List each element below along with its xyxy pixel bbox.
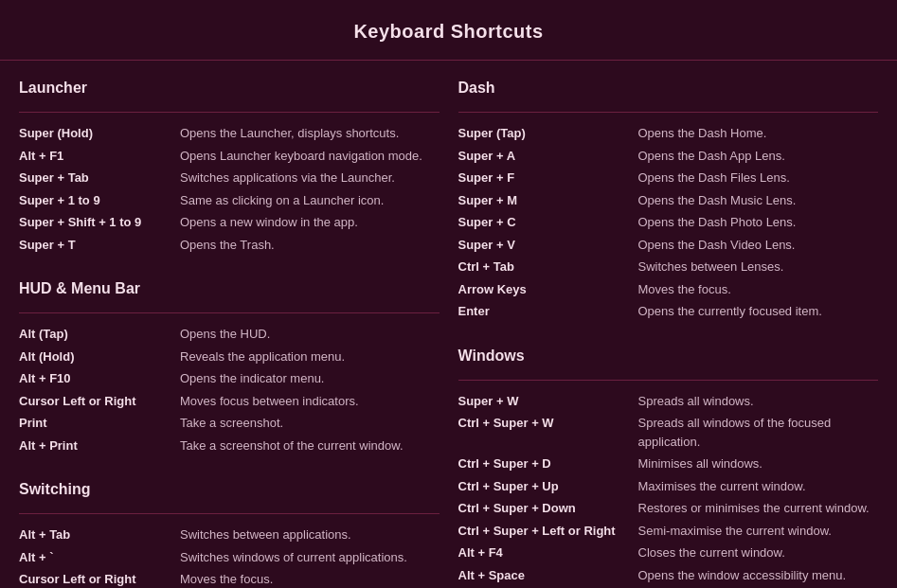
shortcut-row: Super + 1 to 9Same as clicking on a Laun… — [19, 191, 440, 210]
shortcut-desc: Opens the HUD. — [180, 325, 270, 344]
shortcut-key: Alt (Tap) — [19, 325, 180, 344]
shortcut-desc: Restores or minimises the current window… — [638, 499, 870, 518]
shortcut-row: Ctrl + Super + DMinimises all windows. — [458, 454, 879, 473]
shortcut-row: Cursor Left or RightMoves the focus. — [19, 570, 440, 588]
shortcut-row: Ctrl + Super + UpMaximises the current w… — [458, 477, 879, 496]
shortcut-desc: Switches between Lenses. — [638, 258, 784, 276]
shortcut-desc: Same as clicking on a Launcher icon. — [180, 191, 384, 210]
shortcut-desc: Opens the Dash Photo Lens. — [638, 213, 797, 232]
shortcut-key: Super (Hold) — [19, 124, 180, 143]
left-column: Launcher Super (Hold)Opens the Launcher,… — [19, 80, 440, 588]
shortcut-desc: Opens the Dash Home. — [638, 124, 767, 143]
shortcut-desc: Switches applications via the Launcher. — [180, 169, 395, 187]
shortcut-desc: Opens the window accessibility menu. — [638, 566, 847, 585]
shortcut-desc: Opens the Trash. — [180, 236, 275, 255]
shortcut-row: Alt + `Switches windows of current appli… — [19, 548, 440, 567]
shortcut-row: Alt (Hold)Reveals the application menu. — [19, 347, 440, 366]
shortcut-key: Super + W — [458, 392, 638, 411]
shortcut-row: Super + FOpens the Dash Files Lens. — [458, 169, 879, 187]
shortcut-key: Super + 1 to 9 — [19, 191, 180, 210]
dash-title: Dash — [458, 80, 879, 100]
launcher-section: Launcher Super (Hold)Opens the Launcher,… — [19, 80, 440, 254]
shortcut-desc: Take a screenshot. — [180, 414, 283, 433]
right-column: Dash Super (Tap)Opens the Dash Home.Supe… — [458, 80, 879, 588]
shortcut-row: PrintTake a screenshot. — [19, 414, 440, 433]
shortcut-row: Arrow KeysMoves the focus. — [458, 280, 879, 299]
dash-section: Dash Super (Tap)Opens the Dash Home.Supe… — [458, 80, 879, 321]
shortcut-desc: Opens a new window in the app. — [180, 213, 358, 232]
switching-title: Switching — [19, 481, 440, 502]
shortcut-key: Ctrl + Super + W — [458, 414, 638, 451]
shortcut-key: Super + T — [19, 236, 180, 255]
shortcut-desc: Maximises the current window. — [638, 477, 806, 496]
dash-shortcuts: Super (Tap)Opens the Dash Home.Super + A… — [458, 124, 879, 321]
shortcut-key: Cursor Left or Right — [19, 392, 180, 411]
launcher-shortcuts: Super (Hold)Opens the Launcher, displays… — [19, 124, 440, 254]
shortcut-key: Ctrl + Super + Left or Right — [458, 522, 638, 541]
shortcut-desc: Moves focus between indicators. — [180, 392, 359, 411]
shortcut-row: Alt + F4Closes the current window. — [458, 543, 879, 562]
shortcut-key: Super (Tap) — [458, 124, 638, 143]
shortcut-desc: Opens Launcher keyboard navigation mode. — [180, 147, 422, 166]
shortcut-desc: Opens the Dash Files Lens. — [638, 169, 790, 187]
shortcut-desc: Switches between applications. — [180, 526, 351, 544]
shortcut-row: Ctrl + Super + Left or RightSemi-maximis… — [458, 522, 879, 541]
shortcut-key: Ctrl + Super + D — [458, 454, 638, 473]
shortcut-row: Alt + F1Opens Launcher keyboard navigati… — [19, 147, 440, 166]
shortcut-key: Super + F — [458, 169, 638, 187]
hud-title: HUD & Menu Bar — [19, 280, 440, 301]
shortcut-key: Super + Tab — [19, 169, 180, 187]
hud-section: HUD & Menu Bar Alt (Tap)Opens the HUD.Al… — [19, 280, 440, 454]
shortcut-key: Alt + Print — [19, 437, 180, 455]
shortcut-key: Alt (Hold) — [19, 347, 180, 366]
switching-shortcuts: Alt + TabSwitches between applications.A… — [19, 526, 440, 588]
shortcut-desc: Opens the indicator menu. — [180, 369, 324, 388]
shortcut-desc: Opens the Dash Music Lens. — [638, 191, 797, 210]
launcher-divider — [19, 112, 440, 113]
shortcut-desc: Spreads all windows. — [638, 392, 754, 411]
shortcut-row: Ctrl + Super + WSpreads all windows of t… — [458, 414, 879, 451]
shortcut-row: Alt + PrintTake a screenshot of the curr… — [19, 437, 440, 455]
shortcut-key: Arrow Keys — [458, 280, 638, 299]
shortcut-desc: Minimises all windows. — [638, 454, 762, 473]
shortcut-key: Alt + Tab — [19, 526, 180, 544]
shortcut-row: Alt + F10Opens the indicator menu. — [19, 369, 440, 388]
shortcut-key: Super + A — [458, 147, 638, 166]
shortcut-desc: Closes the current window. — [638, 543, 785, 562]
shortcut-row: Super + MOpens the Dash Music Lens. — [458, 191, 879, 210]
shortcut-row: Super (Tap)Opens the Dash Home. — [458, 124, 879, 143]
shortcut-desc: Opens the Dash Video Lens. — [638, 236, 796, 255]
shortcut-desc: Opens the Dash App Lens. — [638, 147, 785, 166]
shortcut-row: Super + WSpreads all windows. — [458, 392, 879, 411]
shortcut-row: Alt + TabSwitches between applications. — [19, 526, 440, 544]
shortcut-key: Ctrl + Super + Down — [458, 499, 638, 518]
shortcut-row: Super + AOpens the Dash App Lens. — [458, 147, 879, 166]
shortcut-row: Cursor Left or RightMoves focus between … — [19, 392, 440, 411]
windows-title: Windows — [458, 347, 879, 368]
shortcut-row: EnterOpens the currently focused item. — [458, 302, 879, 321]
hud-shortcuts: Alt (Tap)Opens the HUD.Alt (Hold)Reveals… — [19, 325, 440, 454]
switching-section: Switching Alt + TabSwitches between appl… — [19, 481, 440, 588]
shortcut-desc: Opens the Launcher, displays shortcuts. — [180, 124, 399, 143]
shortcut-row: Ctrl + TabSwitches between Lenses. — [458, 258, 879, 276]
shortcut-desc: Opens the currently focused item. — [638, 302, 822, 321]
shortcut-row: Ctrl + Super + DownRestores or minimises… — [458, 499, 879, 518]
shortcut-key: Alt + Space — [458, 566, 638, 585]
shortcut-desc: Switches windows of current applications… — [180, 548, 407, 567]
shortcut-row: Alt (Tap)Opens the HUD. — [19, 325, 440, 344]
shortcut-key: Super + M — [458, 191, 638, 210]
shortcut-row: Super + TOpens the Trash. — [19, 236, 440, 255]
shortcut-desc: Spreads all windows of the focused appli… — [638, 414, 879, 451]
shortcut-desc: Moves the focus. — [638, 280, 731, 299]
shortcut-key: Super + C — [458, 213, 638, 232]
shortcut-key: Ctrl + Super + Up — [458, 477, 638, 496]
shortcut-key: Alt + F1 — [19, 147, 180, 166]
shortcut-row: Alt + SpaceOpens the window accessibilit… — [458, 566, 879, 585]
content-area: Launcher Super (Hold)Opens the Launcher,… — [0, 80, 897, 588]
page-title: Keyboard Shortcuts — [0, 21, 897, 43]
dash-divider — [458, 112, 879, 113]
shortcut-desc: Moves the focus. — [180, 570, 273, 588]
shortcut-row: Super + COpens the Dash Photo Lens. — [458, 213, 879, 232]
shortcut-key: Alt + ` — [19, 548, 180, 567]
shortcut-row: Super + VOpens the Dash Video Lens. — [458, 236, 879, 255]
